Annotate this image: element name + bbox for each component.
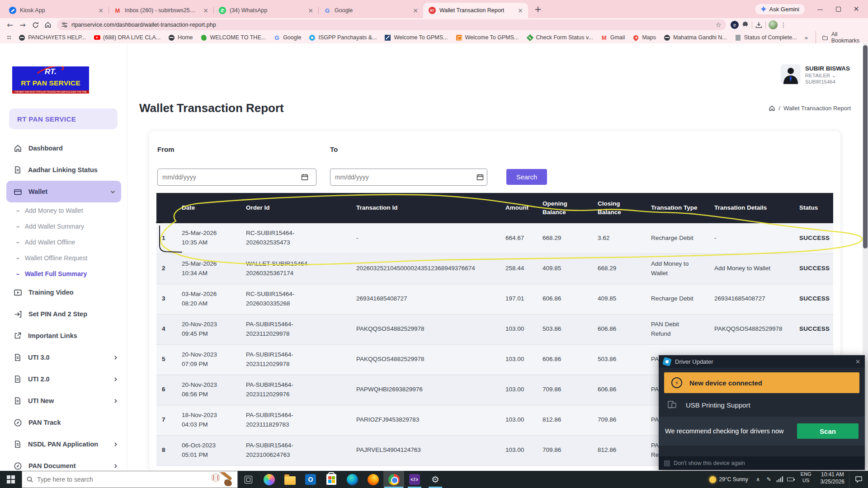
taskbar-search-input[interactable] <box>37 476 233 483</box>
gemini-icon <box>760 6 767 12</box>
weather-widget[interactable]: 29°C Sunny <box>705 471 753 488</box>
code-app-taskbar-icon[interactable]: </> <box>404 471 425 488</box>
sidebar-item-dashboard[interactable]: Dashboard <box>0 137 127 159</box>
calendar-icon[interactable] <box>301 174 308 181</box>
browser-tab[interactable]: RTWallet Transaction Report× <box>423 3 528 18</box>
sidebar-item-important-links[interactable]: Important Links <box>0 325 127 347</box>
bookmark-item[interactable]: Welcome To GPMS... <box>384 34 448 41</box>
tab-close-icon[interactable]: × <box>202 6 210 14</box>
bookmark-item[interactable]: PANCHAYETS HELP... <box>19 34 86 41</box>
bookmark-item[interactable]: Check Form Status v... <box>527 34 593 41</box>
maximize-icon[interactable] <box>829 1 847 17</box>
chrome-taskbar-icon[interactable] <box>383 471 404 488</box>
sidebar-subitem-wallet-offline-request[interactable]: –Wallet Offline Request <box>0 250 127 266</box>
url-text[interactable]: rtpanservice.com/dashboard/wallet-transa… <box>71 22 712 28</box>
bookmark-item[interactable]: Home <box>168 34 193 41</box>
ask-gemini-button[interactable]: Ask Gemini <box>755 4 805 14</box>
sidebar-item-aadhar-linking-status[interactable]: Aadhar Linking Status <box>0 159 127 181</box>
site-info-icon[interactable] <box>61 22 68 28</box>
popup-close-icon[interactable]: ✕ <box>855 358 860 365</box>
extension-e-icon[interactable]: e <box>731 21 739 29</box>
table-cell: PA-SUBIR15464- 2023112029978 <box>241 314 351 344</box>
file-explorer-taskbar-icon[interactable] <box>279 471 300 488</box>
from-date-input[interactable] <box>157 169 316 186</box>
settings-taskbar-icon[interactable]: ⚙ <box>425 471 446 488</box>
tray-battery-icon[interactable] <box>785 471 796 488</box>
bookmark-item[interactable]: GGoogle <box>274 34 301 41</box>
scan-button[interactable]: Scan <box>797 423 859 439</box>
task-view-taskbar-icon[interactable] <box>238 471 259 488</box>
microsoft-store-taskbar-icon[interactable] <box>321 471 342 488</box>
search-button[interactable]: Search <box>506 169 547 185</box>
user-role[interactable]: RETAILER ⌄ <box>805 72 850 79</box>
tab-close-icon[interactable]: × <box>307 6 315 14</box>
bookmark-item[interactable]: Maps <box>632 34 656 41</box>
sidebar-item-uti-new[interactable]: UTI New <box>0 390 127 412</box>
sidebar-subitem-add-wallet-summary[interactable]: –Add Wallet Summary <box>0 218 127 234</box>
sidebar-item-wallet[interactable]: Wallet <box>6 181 121 202</box>
copilot-taskbar-icon[interactable] <box>259 471 279 488</box>
reload-icon[interactable] <box>29 19 42 31</box>
popup-titlebar[interactable]: Driver Updater ✕ <box>659 355 865 368</box>
taskbar-search[interactable] <box>22 471 238 488</box>
home-icon[interactable] <box>42 19 54 31</box>
start-button[interactable] <box>0 471 22 488</box>
notification-center-icon[interactable] <box>849 471 868 488</box>
minimize-icon[interactable]: — <box>811 1 829 17</box>
to-date-input[interactable] <box>330 169 487 186</box>
bookmark-item[interactable]: MGmail <box>601 34 625 41</box>
profile-avatar[interactable] <box>769 20 778 29</box>
sidebar-item-set-pin-and-2-step[interactable]: Set PIN And 2 Step <box>0 303 127 325</box>
language-indicator[interactable]: ENGUS <box>796 471 816 488</box>
tray-chevron-up-icon[interactable]: ∧ <box>753 471 764 488</box>
user-block[interactable]: SUBIR BISWAS RETAILER ⌄ SUBIR15464 <box>781 64 850 84</box>
tab-close-icon[interactable]: × <box>411 6 420 14</box>
browser-tab[interactable]: MInbox (260) - subirbsws25@gma× <box>108 3 213 18</box>
breadcrumb-home-icon[interactable] <box>769 105 775 112</box>
device-row[interactable]: USB Printing Support <box>664 393 859 417</box>
dont-show-checkbox[interactable] <box>664 460 670 466</box>
back-icon[interactable]: ← <box>4 19 16 31</box>
tray-network-icon[interactable] <box>774 471 785 488</box>
taskbar-clock[interactable]: 10:41 AM3/25/2026 <box>816 471 849 488</box>
address-bar[interactable]: rtpanservice.com/dashboard/wallet-transa… <box>57 19 726 30</box>
edge-taskbar-icon[interactable] <box>342 471 363 488</box>
sidebar-item-pan-document[interactable]: PAN Document <box>0 455 127 471</box>
sidebar-item-nsdl-pan-application[interactable]: NSDL PAN Application <box>0 433 127 455</box>
browser-menu-icon[interactable]: ⋮ <box>780 21 787 28</box>
outlook-taskbar-icon[interactable]: O <box>300 471 321 488</box>
downloads-icon[interactable] <box>755 21 763 29</box>
window-close-icon[interactable]: ✕ <box>847 1 865 17</box>
bookmark-star-icon[interactable]: ☆ <box>716 21 722 29</box>
tab-close-icon[interactable]: × <box>97 6 105 14</box>
chevron-down-icon <box>110 189 116 195</box>
bookmark-item[interactable]: WELCOME TO THE... <box>201 34 266 41</box>
calendar-icon[interactable] <box>476 174 484 181</box>
sidebar-item-uti-3-0[interactable]: UTI 3.0 <box>0 347 127 368</box>
sidebar-subitem-wallet-full-summary[interactable]: –Wallet Full Summary <box>0 266 127 282</box>
browser-tab[interactable]: GGoogle× <box>318 3 423 18</box>
sidebar-subitem-add-money-to-wallet[interactable]: –Add Money to Wallet <box>0 202 127 218</box>
forward-icon[interactable]: → <box>16 19 29 31</box>
bookmark-item[interactable]: ISGPP Panchayats &... <box>309 34 377 41</box>
sidebar-subitem-add-wallet-offline[interactable]: –Add Wallet Offline <box>0 234 127 250</box>
all-bookmarks-button[interactable]: All Bookmarks <box>816 31 861 44</box>
sidebar-item-uti-2-0[interactable]: UTI 2.0 <box>0 368 127 390</box>
tab-close-icon[interactable]: × <box>516 6 524 14</box>
new-tab-button[interactable]: + <box>532 3 544 15</box>
sidebar-item-pan-track[interactable]: PAN Track <box>0 412 127 433</box>
bookmarks-overflow-icon[interactable]: » <box>805 34 808 41</box>
extensions-puzzle-icon[interactable] <box>741 21 749 29</box>
bookmark-item[interactable]: (688) DRA LIVE CLA... <box>94 34 160 41</box>
bookmark-item[interactable]: Status of Complete... <box>735 34 797 41</box>
bookmark-item[interactable]: Mahatma Gandhi N... <box>664 34 727 41</box>
browser-tab[interactable]: Kiosk App× <box>4 3 108 18</box>
bookmark-item[interactable]: Welcome To GPMS... <box>456 34 519 41</box>
sidebar-item-training-video[interactable]: Training Video <box>0 282 127 303</box>
breadcrumb: / Wallet Transaction Report <box>769 105 851 112</box>
apps-grid-icon[interactable] <box>7 34 11 41</box>
firefox-taskbar-icon[interactable] <box>363 471 383 488</box>
browser-tab[interactable]: ✆(34) WhatsApp× <box>213 3 318 18</box>
scrollbar-thumb[interactable] <box>863 45 868 249</box>
tray-pen-icon[interactable]: ✎ <box>764 471 774 488</box>
